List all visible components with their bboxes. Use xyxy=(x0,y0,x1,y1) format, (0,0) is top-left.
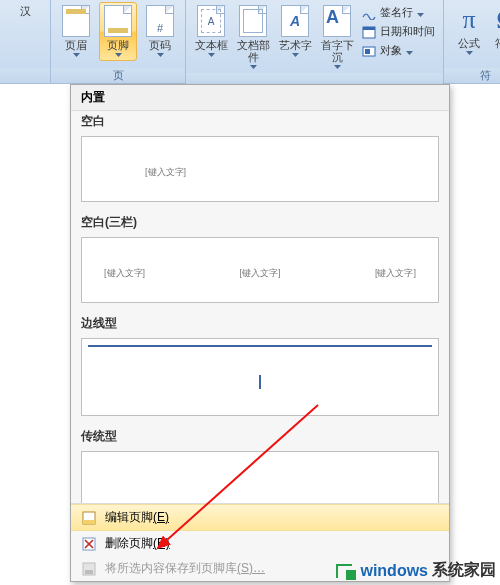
svg-rect-20 xyxy=(85,570,93,574)
symbol-button[interactable]: Ω 符号 xyxy=(492,2,500,52)
ribbon-mini-list: 签名行 日期和时间 对象 xyxy=(360,2,437,59)
ribbon: 汉 页眉 页脚 页码 页 xyxy=(0,0,500,84)
edit-footer-command[interactable]: 编辑页脚(E) xyxy=(71,504,449,531)
chevron-down-icon xyxy=(333,65,342,70)
cursor-icon xyxy=(259,375,261,389)
gallery-section-border: 边线型 xyxy=(71,313,449,334)
border-line-icon xyxy=(88,345,432,347)
wordart-icon: A xyxy=(281,5,309,37)
ribbon-group-text: 文本框 文档部件 A 艺术字 首字下沉 签名行 xyxy=(186,0,444,83)
ribbon-group-symbols: π 公式 Ω 符号 符 xyxy=(444,0,500,83)
ribbon-group-header-footer: 页眉 页脚 页码 页 xyxy=(51,0,186,83)
quick-parts-icon xyxy=(239,5,267,37)
placeholder-text: [键入文字] xyxy=(102,266,147,281)
calendar-icon xyxy=(362,25,376,39)
page-number-button[interactable]: 页码 xyxy=(141,2,179,61)
header-button[interactable]: 页眉 xyxy=(57,2,95,61)
svg-marker-12 xyxy=(406,51,413,55)
footer-gallery-dropdown: 内置 空白 [键入文字] 空白(三栏) [键入文字] [键入文字] [键入文字]… xyxy=(70,84,450,582)
quick-parts-button-label: 文档部件 xyxy=(235,39,271,63)
gallery-item-blank[interactable]: [键入文字] xyxy=(81,136,439,202)
svg-marker-2 xyxy=(157,53,164,57)
footer-button-label: 页脚 xyxy=(107,39,129,51)
page-footer-icon xyxy=(104,5,132,37)
watermark: windows系统家园 xyxy=(336,560,496,581)
chevron-down-icon xyxy=(465,51,474,56)
equation-button-label: 公式 xyxy=(458,37,480,49)
edit-footer-label: 编辑页脚(E) xyxy=(105,509,169,526)
gallery-item-trad[interactable]: 1 xyxy=(81,451,439,503)
gallery-section-blank: 空白 xyxy=(71,111,449,132)
svg-marker-7 xyxy=(417,13,424,17)
placeholder-text: [键入文字] xyxy=(143,165,188,180)
svg-rect-15 xyxy=(83,520,95,524)
chevron-down-icon xyxy=(72,53,81,58)
ribbon-fragment-label: 汉 xyxy=(20,5,31,17)
signature-line-label: 签名行 xyxy=(380,5,413,20)
gallery-header: 内置 xyxy=(71,85,449,111)
gallery-section-trad: 传统型 xyxy=(71,426,449,447)
date-time-label: 日期和时间 xyxy=(380,24,435,39)
svg-rect-9 xyxy=(363,27,375,30)
ribbon-group-header-footer-label: 页 xyxy=(51,68,185,83)
footer-button[interactable]: 页脚 xyxy=(99,2,137,61)
remove-footer-command[interactable]: 删除页脚(R) xyxy=(71,531,449,556)
wordart-button-label: 艺术字 xyxy=(279,39,312,51)
ribbon-fragment-button[interactable]: 汉 xyxy=(6,2,44,20)
svg-marker-5 xyxy=(292,53,299,57)
page-number-icon xyxy=(146,5,174,37)
chevron-down-icon xyxy=(291,53,300,58)
save-selection-label: 将所选内容保存到页脚库(S)… xyxy=(105,560,265,577)
chevron-down-icon xyxy=(156,53,165,58)
signature-icon xyxy=(362,6,376,20)
textbox-icon xyxy=(197,5,225,37)
equation-button[interactable]: π 公式 xyxy=(450,2,488,59)
remove-icon xyxy=(81,536,97,552)
object-icon xyxy=(362,44,376,58)
svg-rect-11 xyxy=(365,49,370,54)
chevron-down-icon xyxy=(114,53,123,58)
ribbon-group-fragment-label xyxy=(0,68,50,83)
ribbon-group-symbols-label: 符 xyxy=(444,68,500,83)
svg-marker-1 xyxy=(115,53,122,57)
gallery-section-three: 空白(三栏) xyxy=(71,212,449,233)
edit-icon xyxy=(81,510,97,526)
chevron-down-icon xyxy=(417,7,424,19)
ribbon-group-left-fragment: 汉 xyxy=(0,0,51,83)
svg-marker-4 xyxy=(250,65,257,69)
omega-icon: Ω xyxy=(496,5,500,35)
dropcap-button-label: 首字下沉 xyxy=(319,39,355,63)
svg-marker-0 xyxy=(73,53,80,57)
watermark-logo-icon xyxy=(336,562,356,580)
save-icon xyxy=(81,561,97,577)
textbox-button[interactable]: 文本框 xyxy=(192,2,230,61)
page-header-icon xyxy=(62,5,90,37)
header-button-label: 页眉 xyxy=(65,39,87,51)
object-button[interactable]: 对象 xyxy=(360,42,437,59)
chevron-down-icon xyxy=(207,53,216,58)
svg-marker-6 xyxy=(334,65,341,69)
svg-marker-3 xyxy=(208,53,215,57)
signature-line-button[interactable]: 签名行 xyxy=(360,4,437,21)
watermark-text-black: 系统家园 xyxy=(432,560,496,581)
chevron-down-icon xyxy=(406,45,413,57)
page-number-button-label: 页码 xyxy=(149,39,171,51)
date-time-button[interactable]: 日期和时间 xyxy=(360,23,437,40)
watermark-text-blue: windows xyxy=(360,562,428,580)
dropcap-button[interactable]: 首字下沉 xyxy=(318,2,356,73)
svg-marker-13 xyxy=(466,51,473,55)
remove-footer-label: 删除页脚(R) xyxy=(105,535,170,552)
quick-parts-button[interactable]: 文档部件 xyxy=(234,2,272,73)
placeholder-text: [键入文字] xyxy=(373,266,418,281)
object-label: 对象 xyxy=(380,43,402,58)
symbol-button-label: 符号 xyxy=(495,37,500,49)
wordart-button[interactable]: A 艺术字 xyxy=(276,2,314,61)
gallery-scroll-area[interactable]: 空白 [键入文字] 空白(三栏) [键入文字] [键入文字] [键入文字] 边线… xyxy=(71,111,449,503)
gallery-item-border[interactable] xyxy=(81,338,439,416)
gallery-item-three[interactable]: [键入文字] [键入文字] [键入文字] xyxy=(81,237,439,303)
dropcap-icon xyxy=(323,5,351,37)
chevron-down-icon xyxy=(249,65,258,70)
textbox-button-label: 文本框 xyxy=(195,39,228,51)
pi-icon: π xyxy=(462,5,475,35)
placeholder-text: [键入文字] xyxy=(237,266,282,281)
